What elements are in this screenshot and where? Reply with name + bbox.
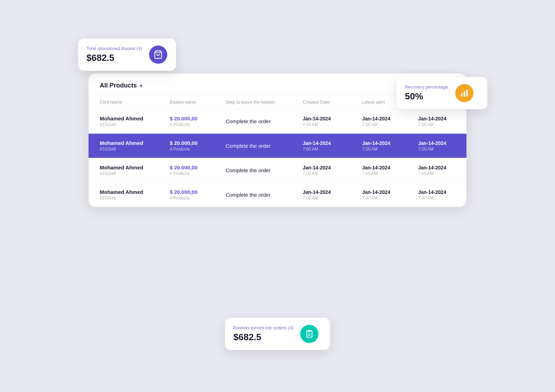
col-client-name: Clint Name [100,99,170,105]
latest-alert-date: Jan-14-2024 [362,116,418,121]
svg-rect-2 [463,91,465,97]
cell-created: Jan-14-2024 7:00 AM [303,116,362,127]
modified-time: 7:00 AM [418,171,466,176]
card-recovery-label: Recovery percentage [405,84,448,90]
basket-products: 4 Products [170,196,226,201]
cell-latest-alert: Jan-14-2024 7:00 AM [362,189,418,201]
card-abandoned-basket: Total abandoned Basket (4) $682.5 [78,38,176,71]
created-date: Jan-14-2024 [303,116,362,121]
client-id: #231546 [100,196,170,201]
cell-modified: Jan-14-2024 7:00 AM [418,116,466,127]
svg-rect-1 [461,93,462,97]
modified-time: 7:00 AM [418,147,466,152]
card-orders-text: Baskets turned into orders (4) $682.5 [233,325,293,343]
table-row-highlighted[interactable]: Mohamed Ahmed #231546 $ 20.000,00 4 Prod… [89,133,466,158]
basket-icon [149,46,167,64]
card-orders-label: Baskets turned into orders (4) [233,325,293,330]
clipboard-icon [300,325,318,343]
client-name: Mohamed Ahmed [100,115,170,121]
cell-created: Jan-14-2024 7:00 AM [303,189,362,201]
client-name: Mohamed Ahmed [100,189,170,195]
col-created-date: Created Date [303,99,362,105]
created-time: 7:00 AM [303,196,362,201]
client-id: #231546 [100,147,170,152]
latest-alert-date: Jan-14-2024 [362,189,418,195]
data-table: Clint Name Basket value Step to leave th… [89,95,466,207]
cell-client: Mohamed Ahmed #231546 [100,115,170,127]
table-row[interactable]: Mohamed Ahmed #231546 $ 20.000,00 4 Prod… [89,182,466,207]
created-time: 7:00 AM [303,147,362,152]
client-id: #231546 [100,171,170,176]
modified-date: Jan-14-2024 [418,189,466,195]
created-date: Jan-14-2024 [303,140,362,146]
card-recovery-text: Recovery percentage 50% [405,84,448,102]
created-time: 7:00 AM [303,171,362,176]
all-products-label: All Products [100,82,137,89]
card-abandoned-text: Total abandoned Basket (4) $682.5 [86,46,142,63]
cell-step: Complete the order [226,143,303,149]
cell-basket: $ 20.000,00 4 Products [170,140,226,152]
card-orders: Baskets turned into orders (4) $682.5 [225,318,330,350]
basket-value: $ 20.000,00 [170,189,226,195]
cell-basket: $ 20.000,00 4 Products [170,115,226,127]
cell-latest-alert: Jan-14-2024 7:00 AM [362,140,418,152]
latest-alert-time: 7:00 AM [362,122,418,127]
chart-icon [455,84,473,102]
client-name: Mohamed Ahmed [100,140,170,146]
basket-products: 4 Products [170,171,226,176]
main-scene: Total abandoned Basket (4) $682.5 Recove… [68,38,487,354]
clipboard-svg [305,329,314,338]
modified-date: Jan-14-2024 [418,165,466,170]
modified-date: Jan-14-2024 [418,116,466,121]
col-step: Step to leave the basket [226,99,303,105]
chart-svg [460,89,469,98]
cell-created: Jan-14-2024 7:00 AM [303,165,362,176]
modified-time: 7:00 AM [418,122,466,127]
basket-svg [154,50,163,59]
card-abandoned-value: $682.5 [86,52,142,63]
cell-step: Complete the order [226,167,303,173]
table-row[interactable]: Mohamed Ahmed #231546 $ 20.000,00 4 Prod… [89,158,466,182]
cell-modified: Jan-14-2024 7:00 AM [418,189,466,201]
latest-alert-time: 7:00 AM [362,171,418,176]
modified-date: Jan-14-2024 [418,140,466,146]
cell-modified: Jan-14-2024 7:00 AM [418,140,466,152]
cell-basket: $ 20.000,00 4 Products [170,164,226,176]
cell-latest-alert: Jan-14-2024 7:00 AM [362,116,418,127]
basket-products: 4 Products [170,147,226,152]
cell-basket: $ 20.000,00 4 Products [170,189,226,201]
cell-created: Jan-14-2024 7:00 AM [303,140,362,152]
table-row[interactable]: Mohamed Ahmed #231546 $ 20.000,00 4 Prod… [89,109,466,133]
client-name: Mohamed Ahmed [100,164,170,170]
card-abandoned-label: Total abandoned Basket (4) [86,46,142,51]
card-orders-value: $682.5 [233,332,293,343]
chevron-down-icon: ▾ [140,83,142,89]
col-basket-value: Basket value [170,99,226,105]
created-date: Jan-14-2024 [303,189,362,195]
basket-value: $ 20.000,00 [170,164,226,170]
basket-products: 4 Products [170,122,226,127]
latest-alert-date: Jan-14-2024 [362,165,418,170]
cell-client: Mohamed Ahmed #231546 [100,140,170,152]
cell-step: Complete the order [226,118,303,124]
basket-value: $ 20.000,00 [170,115,226,121]
modified-time: 7:00 AM [418,196,466,201]
all-products-button[interactable]: All Products ▾ [100,82,142,89]
cell-client: Mohamed Ahmed #231546 [100,189,170,201]
card-recovery: Recovery percentage 50% [396,77,487,109]
latest-alert-time: 7:00 AM [362,196,418,201]
created-date: Jan-14-2024 [303,165,362,170]
cell-client: Mohamed Ahmed #231546 [100,164,170,176]
latest-alert-date: Jan-14-2024 [362,140,418,146]
cell-modified: Jan-14-2024 7:00 AM [418,165,466,176]
cell-latest-alert: Jan-14-2024 7:00 AM [362,165,418,176]
latest-alert-time: 7:00 AM [362,147,418,152]
client-id: #231546 [100,122,170,127]
svg-rect-3 [466,90,468,97]
created-time: 7:00 AM [303,122,362,127]
card-recovery-value: 50% [405,91,448,102]
basket-value: $ 20.000,00 [170,140,226,146]
cell-step: Complete the order [226,192,303,198]
